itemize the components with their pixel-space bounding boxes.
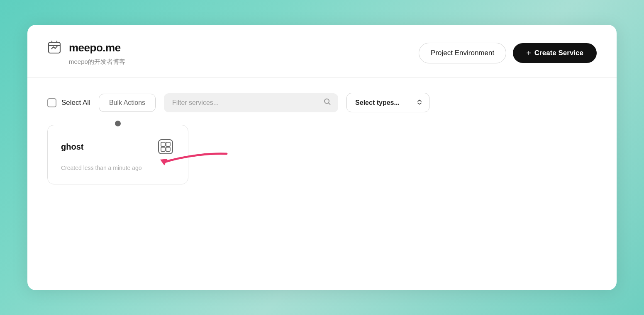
service-card[interactable]: ghost Created less than a minute ago	[47, 125, 188, 184]
service-created-label: Created less than a minute ago	[61, 165, 142, 171]
main-card: meepo.me meepo的开发者博客 Project Environment…	[27, 25, 617, 290]
svg-rect-6	[166, 147, 170, 151]
toolbar: Select All Bulk Actions Select types...	[27, 78, 617, 121]
filter-services-input[interactable]	[164, 93, 338, 112]
service-name: ghost	[61, 142, 83, 152]
select-types-dropdown[interactable]: Select types...	[346, 93, 429, 112]
project-environment-button[interactable]: Project Environment	[419, 43, 506, 63]
filter-input-wrapper	[164, 93, 338, 112]
plus-icon: +	[526, 49, 531, 57]
svg-rect-3	[161, 142, 165, 146]
svg-rect-5	[161, 147, 165, 151]
select-types-wrapper: Select types...	[346, 93, 429, 112]
brand-row: meepo.me	[47, 40, 125, 56]
service-card-header: ghost	[61, 138, 175, 156]
create-service-button[interactable]: + Create Service	[513, 43, 597, 63]
header: meepo.me meepo的开发者博客 Project Environment…	[27, 25, 617, 78]
create-service-label: Create Service	[534, 49, 583, 57]
brand-name: meepo.me	[69, 41, 121, 54]
svg-rect-2	[159, 140, 173, 154]
brand-subtitle: meepo的开发者博客	[69, 58, 125, 66]
select-all-label: Select All	[61, 99, 90, 107]
header-right: Project Environment + Create Service	[419, 43, 597, 63]
header-left: meepo.me meepo的开发者博客	[47, 40, 125, 66]
content: ghost Created less than a minute ago	[27, 121, 617, 201]
status-dot	[114, 119, 122, 128]
select-all-wrapper: Select All	[47, 98, 90, 107]
select-all-checkbox[interactable]	[47, 98, 56, 107]
bulk-actions-button[interactable]: Bulk Actions	[99, 94, 156, 112]
svg-rect-4	[166, 142, 170, 146]
brand-icon	[47, 40, 63, 56]
service-board-icon	[156, 138, 175, 156]
